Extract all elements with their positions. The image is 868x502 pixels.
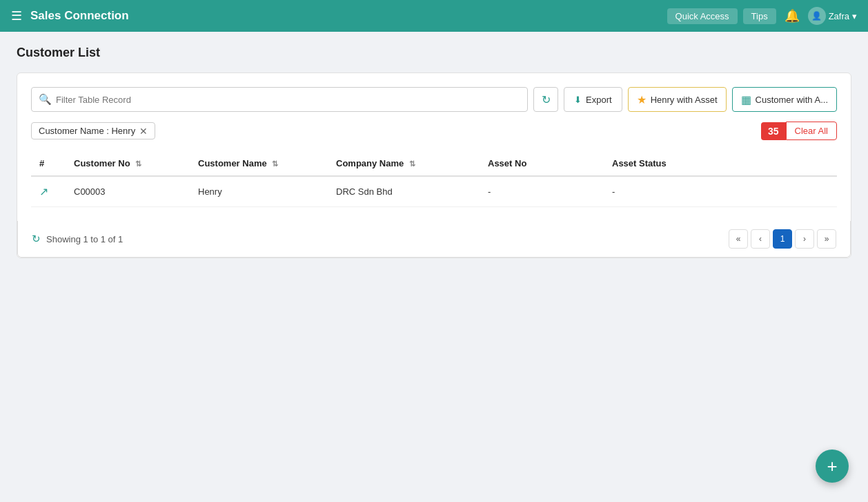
- col-header-customer-no: Customer No ⇅: [66, 151, 190, 176]
- customer-with-asset-button[interactable]: ▦ Customer with A...: [732, 87, 837, 112]
- col-header-hash: #: [31, 151, 66, 176]
- app-title: Sales Connection: [30, 9, 667, 23]
- cell-asset-status: -: [604, 176, 837, 207]
- export-icon: ⬇: [574, 95, 582, 105]
- last-page-button[interactable]: »: [817, 229, 836, 249]
- col-header-customer-name: Customer Name ⇅: [190, 151, 328, 176]
- col-header-company-name: Company Name ⇅: [328, 151, 480, 176]
- hamburger-menu-icon[interactable]: ☰: [11, 8, 22, 23]
- search-icon: 🔍: [39, 93, 52, 106]
- prev-page-button[interactable]: ‹: [751, 229, 770, 249]
- user-menu[interactable]: 👤 Zafra ▾: [808, 7, 857, 25]
- cell-open-link[interactable]: ↗: [31, 176, 66, 207]
- pagination-info: ↻ Showing 1 to 1 of 1: [32, 233, 123, 245]
- pagination-showing-text: Showing 1 to 1 of 1: [46, 234, 123, 244]
- clear-all-button[interactable]: Clear All: [786, 122, 837, 140]
- current-page-button[interactable]: 1: [773, 229, 792, 249]
- star-icon: ★: [637, 93, 647, 106]
- sort-icon-company-name[interactable]: ⇅: [409, 160, 415, 168]
- pagination-bar: ↻ Showing 1 to 1 of 1 « ‹ 1 › »: [17, 221, 851, 258]
- cell-customer-name: Henry: [190, 176, 328, 207]
- avatar: 👤: [808, 7, 826, 25]
- column-label: Customer with A...: [756, 95, 828, 105]
- filter-tag-remove-icon[interactable]: ✕: [139, 126, 148, 136]
- filter-label: Henry with Asset: [651, 95, 718, 105]
- henry-with-asset-button[interactable]: ★ Henry with Asset: [628, 87, 727, 112]
- page-content: Customer List 🔍 ↻ ⬇ Export ★ Henry with …: [0, 32, 868, 272]
- user-chevron-icon: ▾: [852, 11, 857, 21]
- refresh-button[interactable]: ↻: [533, 87, 558, 112]
- col-header-asset-no: Asset No: [480, 151, 604, 176]
- clear-all-group: 35 Clear All: [761, 122, 837, 140]
- column-icon: ▦: [741, 93, 751, 106]
- cell-customer-no: C00003: [66, 176, 190, 207]
- main-card: 🔍 ↻ ⬇ Export ★ Henry with Asset ▦ Custom…: [17, 73, 851, 258]
- table-row: ↗ C00003 Henry DRC Sdn Bhd - -: [31, 176, 837, 207]
- export-label: Export: [586, 95, 612, 105]
- sort-icon-customer-name[interactable]: ⇅: [272, 160, 278, 168]
- export-button[interactable]: ⬇ Export: [564, 87, 622, 112]
- user-name: Zafra: [829, 11, 849, 21]
- page-title: Customer List: [17, 46, 851, 60]
- table-header-row: # Customer No ⇅ Customer Name ⇅: [31, 151, 837, 176]
- header-right-controls: Quick Access Tips 🔔 👤 Zafra ▾: [667, 7, 857, 25]
- filter-tag-label: Customer Name : Henry: [39, 126, 135, 136]
- tips-button[interactable]: Tips: [743, 8, 776, 24]
- sort-icon-customer-no[interactable]: ⇅: [135, 160, 141, 168]
- pagination-refresh-icon[interactable]: ↻: [32, 233, 41, 245]
- filter-count-badge: 35: [761, 122, 786, 140]
- quick-access-button[interactable]: Quick Access: [667, 8, 738, 24]
- cell-asset-no: -: [480, 176, 604, 207]
- app-header: ☰ Sales Connection Quick Access Tips 🔔 👤…: [0, 0, 868, 32]
- card-inner: 🔍 ↻ ⬇ Export ★ Henry with Asset ▦ Custom…: [17, 73, 851, 221]
- filter-tag: Customer Name : Henry ✕: [31, 122, 155, 139]
- filter-row: Customer Name : Henry ✕ 35 Clear All: [31, 122, 837, 140]
- toolbar: 🔍 ↻ ⬇ Export ★ Henry with Asset ▦ Custom…: [31, 87, 837, 112]
- external-link-icon[interactable]: ↗: [39, 186, 48, 197]
- notification-icon[interactable]: 🔔: [782, 8, 802, 23]
- search-box[interactable]: 🔍: [31, 87, 528, 112]
- table-wrap: # Customer No ⇅ Customer Name ⇅: [31, 151, 837, 207]
- first-page-button[interactable]: «: [729, 229, 748, 249]
- col-header-asset-status: Asset Status: [604, 151, 837, 176]
- search-input[interactable]: [56, 95, 520, 105]
- pagination-controls: « ‹ 1 › »: [729, 229, 836, 249]
- cell-company-name: DRC Sdn Bhd: [328, 176, 480, 207]
- next-page-button[interactable]: ›: [795, 229, 814, 249]
- customer-table: # Customer No ⇅ Customer Name ⇅: [31, 151, 837, 207]
- filter-tags: Customer Name : Henry ✕: [31, 122, 155, 139]
